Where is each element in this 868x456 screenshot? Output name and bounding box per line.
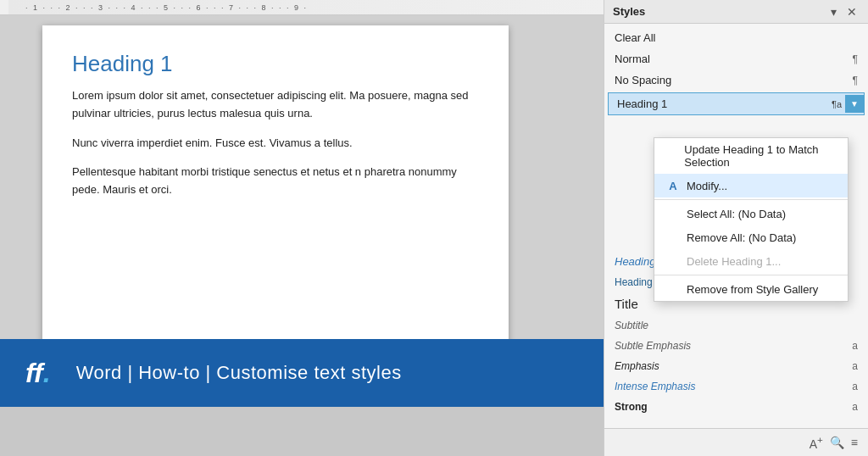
- remove-all-icon: [666, 231, 680, 244]
- style-name-normal: Normal: [615, 53, 848, 65]
- modify-icon: A: [666, 179, 680, 192]
- style-name-emphasis: Emphasis: [615, 360, 847, 372]
- manage-styles-icon[interactable]: ≡: [851, 436, 858, 449]
- style-inspector-icon[interactable]: 🔍: [830, 436, 844, 449]
- style-name-subtitle: Subtitle: [615, 320, 858, 331]
- style-item-subtle-em[interactable]: Subtle Emphasis a: [604, 336, 868, 356]
- style-name-subtle-em: Subtle Emphasis: [615, 340, 847, 352]
- emphasis-icon: a: [852, 360, 858, 372]
- doc-para-1: Lorem ipsum dolor sit amet, consectetuer…: [72, 87, 479, 123]
- ctx-modify[interactable]: A Modify...: [654, 174, 848, 197]
- ctx-delete-label: Delete Heading 1...: [687, 255, 781, 268]
- context-menu: Update Heading 1 to Match Selection A Mo…: [654, 137, 849, 302]
- ctx-remove-all-label: Remove All: (No Data): [687, 231, 796, 244]
- no-spacing-icon: ¶: [853, 75, 858, 86]
- doc-body: Lorem ipsum dolor sit amet, consectetuer…: [72, 87, 479, 199]
- normal-icon: ¶: [853, 53, 858, 65]
- subtle-em-icon: a: [852, 340, 858, 352]
- panel-title: Styles: [613, 5, 645, 18]
- ctx-modify-label: Modify...: [687, 180, 727, 192]
- style-item-subtitle[interactable]: Subtitle: [604, 315, 868, 336]
- ctx-select-all-label: Select All: (No Data): [687, 208, 786, 220]
- update-icon: [666, 149, 677, 163]
- style-name-strong: Strong: [615, 401, 847, 413]
- ctx-update-label: Update Heading 1 to Match Selection: [684, 143, 836, 169]
- ruler-marks: · 1 · · · 2 · · · 3 · · · 4 · · · 5 · · …: [8, 0, 604, 14]
- doc-para-2: Nunc viverra imperdiet enim. Fusce est. …: [72, 135, 479, 153]
- ctx-select-all[interactable]: Select All: (No Data): [654, 202, 848, 225]
- intense-em-icon: a: [852, 381, 858, 392]
- style-item-no-spacing[interactable]: No Spacing ¶: [604, 70, 868, 91]
- styles-list: Clear All Normal ¶ No Spacing ¶ Heading …: [604, 24, 868, 428]
- document-area: · 1 · · · 2 · · · 3 · · · 4 · · · 5 · · …: [0, 0, 604, 407]
- ruler: · 1 · · · 2 · · · 3 · · · 4 · · · 5 · · …: [0, 0, 604, 15]
- strong-icon: a: [852, 401, 858, 413]
- style-item-heading1[interactable]: Heading 1 ¶a ▼: [608, 92, 865, 115]
- panel-bottom: A+ 🔍 ≡: [604, 428, 868, 456]
- doc-heading: Heading 1: [72, 51, 479, 77]
- bottom-banner: ff. Word | How-to | Customise text style…: [0, 339, 604, 407]
- ctx-remove-gallery-label: Remove from Style Gallery: [687, 283, 818, 296]
- styles-panel: Styles ▾ ✕ Clear All Normal ¶ No Spacing…: [604, 0, 868, 456]
- heading1-dropdown-btn[interactable]: ▼: [845, 95, 864, 113]
- ctx-update[interactable]: Update Heading 1 to Match Selection: [654, 138, 848, 174]
- select-all-icon: [666, 207, 680, 220]
- logo-dot: .: [43, 358, 51, 388]
- banner-text: Word | How-to | Customise text styles: [76, 362, 402, 384]
- remove-gallery-icon: [666, 282, 680, 296]
- ctx-remove-all[interactable]: Remove All: (No Data): [654, 225, 848, 249]
- ff-logo: ff.: [25, 358, 51, 389]
- style-name-clear-all: Clear All: [615, 31, 858, 44]
- style-item-clear-all[interactable]: Clear All: [604, 27, 868, 48]
- delete-icon: [666, 254, 680, 268]
- ctx-divider-1: [654, 199, 848, 200]
- panel-collapse-btn[interactable]: ▾: [828, 5, 839, 19]
- style-name-no-spacing: No Spacing: [615, 74, 848, 86]
- ctx-remove-gallery[interactable]: Remove from Style Gallery: [654, 277, 848, 301]
- style-item-intense-em[interactable]: Intense Emphasis a: [604, 376, 868, 397]
- ctx-delete: Delete Heading 1...: [654, 249, 848, 273]
- logo-text: ff: [25, 358, 43, 388]
- heading1-para-icon: ¶a: [828, 99, 845, 109]
- style-name-intense-em: Intense Emphasis: [615, 381, 847, 392]
- ctx-divider-2: [654, 275, 848, 275]
- style-item-normal[interactable]: Normal ¶: [604, 48, 868, 70]
- style-item-strong[interactable]: Strong a: [604, 397, 868, 417]
- style-item-emphasis[interactable]: Emphasis a: [604, 356, 868, 376]
- style-name-heading1: Heading 1: [609, 93, 828, 114]
- doc-para-3: Pellentesque habitant morbi tristique se…: [72, 164, 479, 199]
- panel-controls: ▾ ✕: [828, 5, 860, 19]
- panel-close-btn[interactable]: ✕: [844, 5, 860, 19]
- document-page: Heading 1 Lorem ipsum dolor sit amet, co…: [42, 25, 509, 381]
- new-style-icon[interactable]: A+: [810, 434, 823, 451]
- panel-header: Styles ▾ ✕: [604, 0, 868, 24]
